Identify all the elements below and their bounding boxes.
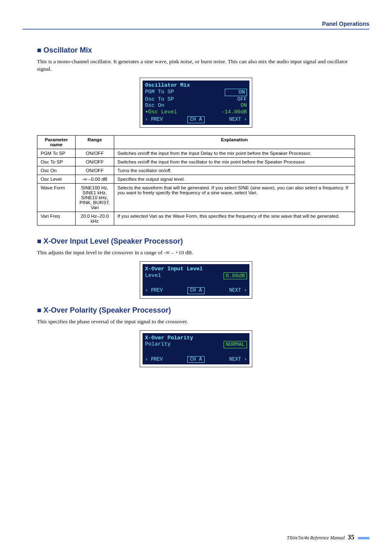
prev-button[interactable]: ‹ PREV [145, 117, 163, 122]
osc-row-2-value[interactable]: ON [240, 102, 247, 109]
osc-lcd-title: Oscillator Mix [145, 82, 247, 89]
table-row: PGM To SPON/OFFSwitches on/off the input… [37, 149, 355, 157]
channel-tab[interactable]: CH A [187, 356, 205, 363]
cell-name: Osc To SP [37, 157, 76, 166]
cell-range: ON/OFF [76, 166, 114, 175]
osc-params-table: Parameter name Range Explanation PGM To … [37, 135, 355, 226]
xpol-row-value[interactable]: NORMAL [224, 341, 247, 348]
table-row: Wave FormSINE100 Hz, SINE1 kHz, SINE10 k… [37, 183, 355, 212]
header-title: Panel Operations [322, 21, 369, 27]
osc-row-0-value[interactable]: ON [225, 89, 247, 96]
cell-name: Vari Freq [37, 212, 76, 225]
osc-row-1-label: Osc To SP [145, 96, 174, 103]
footer: TX6n/5n/4n Reference Manual 35 [287, 534, 369, 541]
xpol-lcd: X-Over Polarity PolarityNORMAL ‹ PREV CH… [140, 330, 252, 368]
table-row: Osc To SPON/OFFSwitches on/off the input… [37, 157, 355, 166]
osc-heading: ■ Oscillator Mix [37, 46, 355, 55]
cell-explain: Specifies the output signal level. [114, 175, 355, 183]
header-section: Panel Operations [23, 21, 369, 30]
th-param: Parameter name [37, 135, 76, 149]
cell-range: ON/OFF [76, 157, 114, 166]
cell-explain: Selects the waveform that will be genera… [114, 183, 355, 212]
next-button[interactable]: NEXT › [229, 357, 247, 362]
cell-explain: Switches on/off the input from the Input… [114, 149, 355, 157]
next-label: NEXT [229, 357, 241, 362]
xil-lcd-title: X-Over Input Level [145, 266, 247, 272]
th-explain: Explanation [114, 135, 355, 149]
next-button[interactable]: NEXT › [229, 288, 247, 293]
next-label: NEXT [229, 288, 241, 293]
table-row: Osc Level-∞ –0.00 dBSpecifies the output… [37, 175, 355, 183]
cell-explain: Switches on/off the input from the oscil… [114, 157, 355, 166]
cell-name: Osc Level [37, 175, 76, 183]
th-range: Range [76, 135, 114, 149]
cell-range: SINE100 Hz, SINE1 kHz, SINE10 kHz, PINK,… [76, 183, 114, 212]
next-button[interactable]: NEXT › [229, 117, 247, 122]
osc-lcd: Oscillator Mix PGM To SPON Osc To SPOFF … [140, 78, 252, 127]
cell-name: Osc On [37, 166, 76, 175]
prev-button[interactable]: ‹ PREV [145, 288, 163, 293]
xil-lcd: X-Over Input Level Level0.00dB ‹ PREV CH… [140, 261, 252, 299]
prev-label: PREV [151, 288, 163, 293]
cell-explain: Turns the oscillator on/off. [114, 166, 355, 175]
cell-range: ON/OFF [76, 149, 114, 157]
osc-row-2-label: Osc On [145, 102, 164, 109]
xil-row-value[interactable]: 0.00dB [224, 272, 247, 280]
prev-label: PREV [151, 117, 163, 122]
cell-range: -∞ –0.00 dB [76, 175, 114, 183]
osc-row-1-value[interactable]: OFF [238, 96, 247, 103]
cell-range: 20.0 Hz–20.0 kHz [76, 212, 114, 225]
table-row: Vari Freq20.0 Hz–20.0 kHzIf you selected… [37, 212, 355, 225]
osc-row-3-value[interactable]: -14.00dB [221, 109, 247, 115]
prev-button[interactable]: ‹ PREV [145, 357, 163, 362]
cell-name: Wave Form [37, 183, 76, 212]
xil-body: This adjusts the input level to the cros… [37, 249, 355, 256]
footer-manual: TX6n/5n/4n Reference Manual [287, 535, 345, 540]
channel-tab[interactable]: CH A [187, 116, 205, 123]
xil-heading: ■ X-Over Input Level (Speaker Processor) [37, 237, 355, 246]
osc-row-3-label: ▾Osc Level [145, 109, 177, 115]
cell-explain: If you selected Vari as the Wave Form, t… [114, 212, 355, 225]
xil-row-label: Level [145, 272, 161, 280]
xpol-body: This specifies the phase reversal of the… [37, 318, 355, 325]
footer-bar-icon [358, 537, 369, 539]
table-row: Osc OnON/OFFTurns the oscillator on/off. [37, 166, 355, 175]
next-label: NEXT [229, 117, 241, 122]
osc-row-0-label: PGM To SP [145, 89, 174, 96]
xpol-lcd-title: X-Over Polarity [145, 335, 247, 341]
prev-label: PREV [151, 357, 163, 362]
footer-page: 35 [348, 534, 354, 541]
cell-name: PGM To SP [37, 149, 76, 157]
xpol-heading: ■ X-Over Polarity (Speaker Processor) [37, 306, 355, 315]
osc-body: This is a mono-channel oscillator. It ge… [37, 58, 355, 73]
xpol-row-label: Polarity [145, 341, 171, 348]
channel-tab[interactable]: CH A [187, 287, 205, 294]
